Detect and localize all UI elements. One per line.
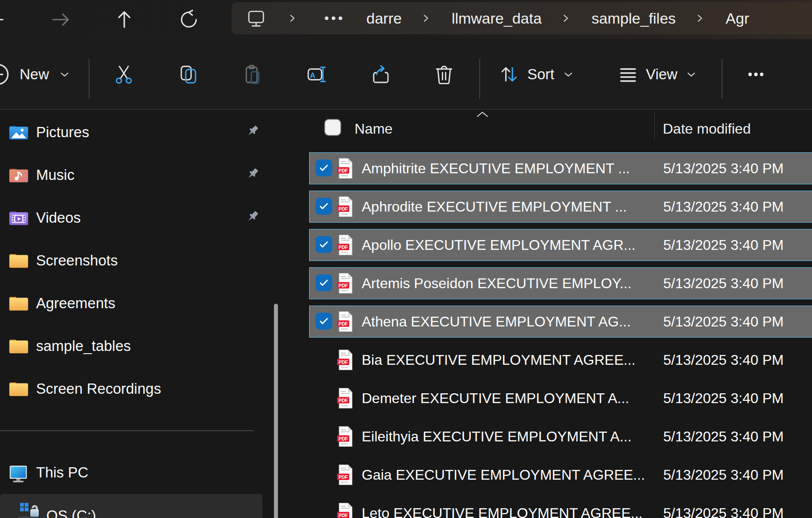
- file-date-modified: 5/13/2025 3:40 PM: [663, 268, 783, 299]
- address-bar[interactable]: ••• darre llmware_data sample_files Agr: [232, 2, 812, 34]
- sidebar-item-screenshots[interactable]: Screenshots: [0, 239, 292, 282]
- paste-clipboard-icon: [242, 64, 263, 85]
- pdf-file-icon: [336, 349, 354, 371]
- file-row-checkbox[interactable]: [315, 274, 332, 291]
- folder-pictures-icon: [8, 123, 29, 141]
- cut-scissors-icon: [113, 64, 135, 85]
- sidebar-section-divider: [0, 430, 254, 431]
- file-explorer-window: ••• darre llmware_data sample_files Agr …: [0, 0, 812, 518]
- toolbar-divider: [722, 59, 722, 99]
- breadcrumb-item-llmware-data[interactable]: llmware_data: [452, 10, 542, 27]
- svg-text:A: A: [310, 71, 315, 80]
- more-options-dots-icon: [744, 63, 767, 86]
- file-date-modified: 5/13/2025 3:40 PM: [663, 344, 783, 375]
- navigation-sidebar: Pictures Music Videos Screenshots Agreem…: [0, 110, 292, 518]
- file-row[interactable]: Aphrodite EXECUTIVE EMPLOYMENT ... 5/13/…: [309, 191, 812, 223]
- forward-button[interactable]: [47, 0, 75, 39]
- breadcrumb-item-agreements[interactable]: Agr: [726, 10, 749, 27]
- sidebar-item-label: Agreements: [36, 295, 115, 312]
- file-date-modified: 5/13/2025 3:40 PM: [663, 306, 783, 337]
- breadcrumb-chevron-icon: [288, 12, 297, 24]
- breadcrumb-item-darre[interactable]: darre: [367, 10, 402, 27]
- sidebar-item-pictures[interactable]: Pictures: [0, 111, 292, 154]
- new-plus-circle-icon: [0, 63, 10, 86]
- pdf-file-icon: [336, 311, 354, 332]
- copy-icon: [178, 64, 199, 85]
- file-name: Amphitrite EXECUTIVE EMPLOYMENT ...: [362, 153, 630, 184]
- pin-icon: [243, 209, 261, 227]
- file-list-panel: Name Date modified Amphitrite EXECUTIVE …: [292, 110, 812, 518]
- file-date-modified: 5/13/2025 3:40 PM: [663, 459, 783, 490]
- file-row[interactable]: Gaia EXECUTIVE EMPLOYMENT AGREE... 5/13/…: [309, 459, 812, 491]
- folder-music-icon: [8, 166, 29, 184]
- view-button-label: View: [646, 66, 677, 83]
- folder-icon: [8, 252, 29, 269]
- file-row[interactable]: Eileithyia EXECUTIVE EMPLOYMENT A... 5/1…: [309, 420, 812, 453]
- file-name: Aphrodite EXECUTIVE EMPLOYMENT ...: [362, 191, 627, 222]
- file-row-checkbox[interactable]: [315, 198, 332, 215]
- file-row-checkbox[interactable]: [315, 236, 332, 253]
- sidebar-item-label: Videos: [36, 209, 81, 226]
- file-row-checkbox[interactable]: [315, 313, 332, 330]
- file-row[interactable]: Amphitrite EXECUTIVE EMPLOYMENT ... 5/13…: [309, 152, 812, 184]
- rename-button[interactable]: A: [304, 39, 329, 110]
- column-header-date-modified[interactable]: Date modified: [663, 121, 751, 137]
- file-name: Leto EXECUTIVE EMPLOYMENT AGREE...: [362, 498, 643, 518]
- sidebar-item-label: Pictures: [36, 124, 89, 141]
- file-row[interactable]: Leto EXECUTIVE EMPLOYMENT AGREE... 5/13/…: [309, 497, 812, 518]
- breadcrumb-chevron-icon: [695, 12, 704, 24]
- sidebar-item-sample-tables[interactable]: sample_tables: [0, 325, 292, 367]
- file-name: Artemis Poseidon EXECUTIVE EMPLOY...: [362, 268, 632, 299]
- copy-button[interactable]: [176, 39, 201, 110]
- pdf-file-icon: [336, 196, 354, 217]
- os-drive-icon: [17, 501, 42, 518]
- sidebar-item-label: Music: [36, 167, 74, 184]
- pdf-file-icon: [336, 158, 354, 179]
- sidebar-scrollbar[interactable]: [274, 304, 278, 518]
- folder-icon: [8, 337, 29, 355]
- breadcrumb-chevron-icon: [561, 12, 570, 24]
- sidebar-item-music[interactable]: Music: [0, 154, 292, 196]
- sidebar-item-label: Screen Recordings: [36, 380, 161, 397]
- file-row[interactable]: Bia EXECUTIVE EMPLOYMENT AGREE... 5/13/2…: [309, 344, 812, 376]
- sort-button[interactable]: Sort: [498, 39, 596, 110]
- this-pc-monitor-icon[interactable]: [246, 8, 266, 29]
- file-date-modified: 5/13/2025 3:40 PM: [663, 153, 783, 184]
- sidebar-item-agreements[interactable]: Agreements: [0, 282, 292, 325]
- new-button-label: New: [20, 66, 49, 83]
- more-options-button[interactable]: [742, 39, 770, 110]
- refresh-button[interactable]: [175, 0, 203, 39]
- select-all-checkbox[interactable]: [324, 119, 341, 136]
- file-row-checkbox[interactable]: [315, 159, 332, 176]
- sidebar-item-screen-recordings[interactable]: Screen Recordings: [0, 367, 292, 410]
- file-row[interactable]: Apollo EXECUTIVE EMPLOYMENT AGR... 5/13/…: [309, 229, 812, 261]
- file-row[interactable]: Artemis Poseidon EXECUTIVE EMPLOY... 5/1…: [309, 267, 812, 299]
- delete-button[interactable]: [432, 39, 457, 110]
- file-row[interactable]: Demeter EXECUTIVE EMPLOYMENT A... 5/13/2…: [309, 382, 812, 414]
- navigation-bar: ••• darre llmware_data sample_files Agr: [0, 0, 812, 39]
- paste-button[interactable]: [240, 39, 265, 110]
- column-divider[interactable]: [654, 113, 655, 140]
- breadcrumb-overflow-button[interactable]: •••: [324, 11, 345, 26]
- sidebar-item-this-pc[interactable]: This PC: [0, 451, 292, 494]
- sidebar-item-label: Screenshots: [36, 252, 118, 269]
- back-button[interactable]: [0, 0, 9, 39]
- cut-button[interactable]: [111, 39, 136, 110]
- pdf-file-icon: [336, 464, 354, 485]
- share-button[interactable]: [368, 39, 393, 110]
- folder-icon: [8, 380, 29, 398]
- forward-arrow-icon: [50, 9, 72, 30]
- delete-trash-icon: [433, 64, 455, 85]
- chevron-down-icon: [686, 69, 696, 79]
- up-button[interactable]: [110, 0, 139, 39]
- toolbar-divider: [479, 59, 480, 99]
- sort-button-label: Sort: [527, 66, 555, 83]
- sidebar-item-videos[interactable]: Videos: [0, 196, 292, 239]
- breadcrumb-item-sample-files[interactable]: sample_files: [592, 10, 676, 27]
- view-button[interactable]: View: [617, 39, 715, 110]
- sidebar-item-os-drive[interactable]: OS (C:): [0, 494, 262, 518]
- new-button[interactable]: New: [0, 39, 85, 110]
- column-header-name[interactable]: Name: [355, 121, 392, 137]
- sidebar-item-label: This PC: [36, 464, 88, 481]
- file-row[interactable]: Athena EXECUTIVE EMPLOYMENT AG... 5/13/2…: [309, 306, 812, 338]
